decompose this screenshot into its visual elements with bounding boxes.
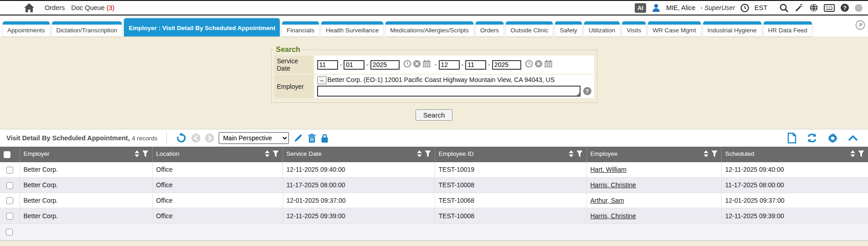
- person-icon[interactable]: [652, 3, 661, 12]
- tab-orders[interactable]: Orders: [476, 21, 503, 36]
- from-clear-icon[interactable]: [413, 60, 421, 70]
- lock-icon[interactable]: [321, 133, 329, 143]
- hamburger-icon[interactable]: [5, 3, 17, 12]
- perspective-select[interactable]: Main Perspective: [219, 132, 289, 144]
- row-checkbox[interactable]: [6, 213, 13, 220]
- range-dash: -: [435, 61, 437, 68]
- filter-funnel-icon[interactable]: [142, 150, 149, 159]
- remove-employer-button[interactable]: –: [317, 76, 327, 84]
- filter-funnel-icon[interactable]: [858, 150, 864, 159]
- to-calendar-icon[interactable]: [544, 60, 553, 70]
- from-year-input[interactable]: [370, 60, 400, 70]
- clock-icon[interactable]: [740, 4, 749, 12]
- tab-hr-data-feed[interactable]: HR Data Feed: [764, 21, 812, 36]
- sort-icon[interactable]: [417, 150, 422, 159]
- filter-funnel-icon[interactable]: [425, 150, 431, 159]
- select-all-checkbox[interactable]: [4, 151, 10, 158]
- filter-funnel-icon[interactable]: [711, 150, 718, 159]
- employee-cell: Harris, Christine: [586, 177, 721, 193]
- tab-wr-case-mgmt[interactable]: WR Case Mgmt: [648, 21, 700, 36]
- table-row: Better Corp.Office12-11-2025 09:40:00TES…: [0, 162, 868, 177]
- column-header-scheduled[interactable]: Scheduled: [721, 147, 868, 162]
- row-checkbox[interactable]: [6, 197, 13, 204]
- filter-funnel-icon[interactable]: [576, 150, 583, 159]
- service-date-row: Service Date - -: [274, 56, 594, 74]
- row-checkbox[interactable]: [6, 167, 13, 174]
- filter-funnel-icon[interactable]: [272, 150, 279, 159]
- tab-financials[interactable]: Financials: [282, 21, 319, 36]
- employee-link[interactable]: Hart, William: [591, 166, 627, 173]
- column-header-employee[interactable]: Employee: [586, 147, 721, 162]
- tab-bar-tabs: AppointmentsDictation/TranscriptionEmplo…: [3, 18, 812, 36]
- employee-link[interactable]: Harris, Christine: [591, 181, 636, 189]
- search-legend: Search: [274, 46, 302, 54]
- help-icon[interactable]: ?: [840, 3, 849, 12]
- tab-label: Safety: [560, 27, 577, 34]
- cell-employee-id: TEST-10008: [435, 208, 586, 224]
- tab-dictation-transcription[interactable]: Dictation/Transcription: [52, 21, 122, 36]
- column-header-service-date[interactable]: Service Date: [282, 147, 435, 162]
- column-label: Employee: [591, 150, 618, 157]
- collapse-chevron-icon[interactable]: [848, 135, 858, 141]
- user-label[interactable]: MIE, Alice - SuperUser: [666, 4, 735, 12]
- undo-icon[interactable]: [176, 133, 187, 144]
- tab-overflow-icon[interactable]: [855, 20, 865, 32]
- to-day-input[interactable]: [465, 60, 486, 70]
- tab-label: Appointments: [7, 27, 45, 34]
- employee-link[interactable]: Harris, Christine: [591, 212, 636, 220]
- employer-search-input[interactable]: [317, 86, 580, 97]
- edit-pencil-icon[interactable]: [293, 133, 303, 143]
- sort-icon[interactable]: [265, 150, 270, 159]
- footer-checkbox[interactable]: [6, 229, 13, 236]
- tab-medications-allergies-scripts[interactable]: Medications/Allergies/Scripts: [385, 21, 473, 36]
- column-header-location[interactable]: Location: [152, 147, 282, 162]
- tab-visits[interactable]: Visits: [622, 21, 646, 36]
- from-day-input[interactable]: [344, 60, 365, 70]
- tab-outside-clinic[interactable]: Outside Clinic: [506, 21, 553, 36]
- gear-icon[interactable]: [827, 133, 838, 144]
- cell-employer: Better Corp.: [20, 208, 152, 224]
- tab-appointments[interactable]: Appointments: [3, 21, 50, 36]
- sort-icon[interactable]: [134, 150, 139, 159]
- tab-health-surveillance[interactable]: Health Surveillance: [321, 21, 383, 36]
- tab-utilization[interactable]: Utilization: [584, 21, 620, 36]
- breadcrumb-orders[interactable]: Orders: [45, 4, 65, 11]
- to-time-clock-icon[interactable]: [525, 60, 533, 70]
- tab-industrial-hygiene[interactable]: Industrial Hygiene: [703, 21, 761, 36]
- employee-cell: Hart, William: [586, 162, 721, 177]
- new-page-icon[interactable]: [787, 133, 796, 144]
- tab-employer-visit-detail-by-scheduled-appointment[interactable]: Employer : Visit Detail By Scheduled App…: [124, 18, 280, 36]
- to-month-input[interactable]: [439, 60, 460, 70]
- trash-icon[interactable]: [308, 133, 316, 143]
- ai-badge[interactable]: AI: [635, 3, 646, 13]
- row-checkbox[interactable]: [6, 182, 13, 189]
- to-clear-icon[interactable]: [534, 60, 543, 70]
- to-year-input[interactable]: [492, 60, 521, 70]
- column-header-employee-id[interactable]: Employee ID: [435, 147, 586, 162]
- from-month-input[interactable]: [317, 60, 338, 70]
- sort-icon[interactable]: [850, 150, 855, 159]
- search-button[interactable]: Search: [416, 109, 453, 121]
- globe-icon[interactable]: [809, 3, 818, 12]
- tab-safety[interactable]: Safety: [555, 21, 581, 36]
- employer-help-icon[interactable]: ?: [583, 87, 591, 95]
- refresh-icon[interactable]: [806, 133, 817, 144]
- next-icon[interactable]: [205, 133, 214, 143]
- prev-icon[interactable]: [191, 133, 200, 143]
- from-calendar-icon[interactable]: [422, 60, 431, 70]
- user-name: MIE, Alice: [666, 4, 695, 11]
- cell-service-date: 12-01-2025 09:37:00: [282, 193, 435, 208]
- breadcrumb-doc-queue[interactable]: Doc Queue (3): [71, 4, 114, 11]
- user-role: - SuperUser: [700, 4, 734, 11]
- from-time-clock-icon[interactable]: [403, 60, 411, 70]
- home-icon[interactable]: [24, 3, 35, 13]
- employer-row: Employer – Better Corp. (EO-1) 12001 Pac…: [274, 75, 594, 98]
- wand-icon[interactable]: [794, 3, 804, 13]
- keyboard-icon[interactable]: [824, 4, 835, 12]
- toolbar-right-icons: [787, 133, 862, 144]
- sort-icon[interactable]: [704, 150, 709, 159]
- column-header-employer[interactable]: Employer: [20, 147, 152, 162]
- search-icon[interactable]: [779, 3, 789, 13]
- employee-link[interactable]: Arthur, Sam: [591, 197, 624, 204]
- sort-icon[interactable]: [569, 150, 574, 159]
